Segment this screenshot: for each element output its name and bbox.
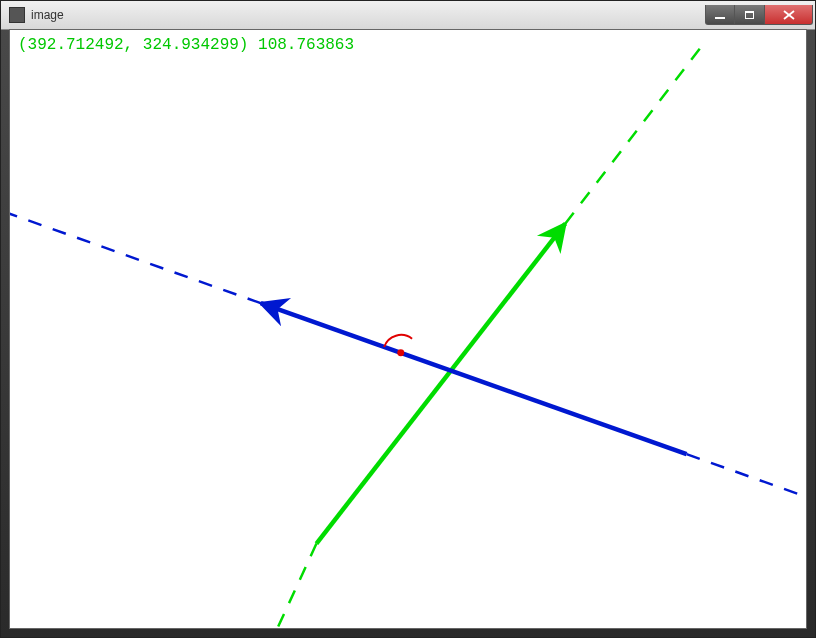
window-controls: [705, 5, 813, 25]
green-dash-tail: [271, 544, 317, 628]
coords-readout: (392.712492, 324.934299) 108.763863: [18, 36, 354, 54]
blue-dash-head: [10, 207, 261, 303]
green-dash-head: [565, 40, 706, 224]
minimize-button[interactable]: [705, 5, 735, 25]
app-icon: [9, 7, 25, 23]
blue-arrow: [261, 303, 687, 454]
titlebar[interactable]: image: [1, 1, 815, 30]
coords-value: (392.712492, 324.934299): [18, 36, 248, 54]
app-window: image: [0, 0, 816, 638]
angle-arc: [384, 335, 412, 347]
maximize-button[interactable]: [735, 5, 765, 25]
window-title: image: [31, 8, 705, 22]
image-canvas-area: (392.712492, 324.934299) 108.763863: [9, 29, 807, 629]
angle-value: 108.763863: [258, 36, 354, 54]
blue-dash-tail: [687, 454, 806, 504]
close-icon: [783, 10, 795, 20]
vector-canvas: [10, 30, 806, 628]
intersection-point: [397, 349, 404, 356]
green-arrow: [316, 224, 565, 544]
close-button[interactable]: [765, 5, 813, 25]
